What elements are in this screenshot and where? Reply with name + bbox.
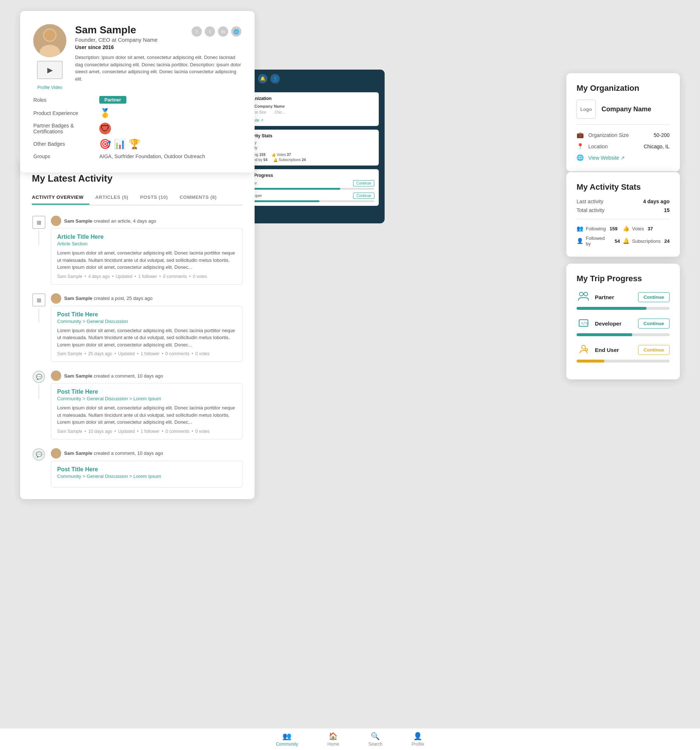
globe-icon[interactable]: 🌐 <box>231 26 242 37</box>
tab-activity-overview[interactable]: ACTIVITY OVERVIEW <box>32 192 89 205</box>
developer-continue-button[interactable]: Continue <box>638 319 669 329</box>
org-size-value: 50-200 <box>654 132 669 138</box>
article-card: Article Title Here Article Section Lorem… <box>51 228 243 284</box>
comment-card-1: Post Title Here Community > General Disc… <box>51 383 243 440</box>
tab-posts[interactable]: POSTS (10) <box>140 192 174 205</box>
subscriptions-value: 24 <box>665 238 669 244</box>
org-location-value: Chicago, IL <box>644 144 669 149</box>
bell-icon[interactable]: 🔔 <box>258 74 268 83</box>
tab-comments[interactable]: COMMENTS (8) <box>180 192 222 205</box>
trip-partner: Partner Continue <box>577 290 669 310</box>
end-user-continue-button[interactable]: Continue <box>638 345 669 355</box>
stats-grid: 👥 Following 159 👍 Votes 37 👤 Followed by… <box>577 219 669 246</box>
post-card: Post Title Here Community > General Disc… <box>51 306 243 362</box>
org-size-row: 💼 Organization Size 50-200 <box>577 131 669 138</box>
community-nav-label: Community <box>276 742 298 747</box>
other-badges-label: Other Badges <box>33 141 99 147</box>
roles-value: Partner <box>99 96 242 104</box>
svg-point-5 <box>54 218 58 221</box>
total-activity-label: Total activity <box>577 207 605 213</box>
profile-video-label: Profile Video <box>37 85 62 90</box>
feed-item-post: ▦ Sam Sample created a post, 25 days ago… <box>32 294 243 362</box>
activity-card: My Latest Activity ACTIVITY OVERVIEW ART… <box>20 161 255 499</box>
comment-post-title-2[interactable]: Post Title Here <box>57 466 237 473</box>
end-user-trip-label: End User <box>595 347 634 353</box>
activity-tabs: ACTIVITY OVERVIEW ARTICLES (5) POSTS (10… <box>32 192 243 206</box>
svg-point-8 <box>54 295 58 299</box>
trip-panel-title: My Trip Progress <box>577 274 669 283</box>
article-meta: Sam Sample•4 days ago•Updated•1 follower… <box>57 274 237 279</box>
profile-since: User since 2016 <box>75 44 157 50</box>
bottom-nav-profile[interactable]: 👤 Profile <box>412 732 424 747</box>
feed-connector-2 <box>38 308 39 323</box>
bottom-nav-search[interactable]: 🔍 Search <box>369 732 382 747</box>
comment-breadcrumb-1[interactable]: Community > General Discussion > Lorem I… <box>57 396 237 401</box>
feed-user-name-4: Sam Sample created a comment, 10 days ag… <box>64 450 163 456</box>
org-company-name: Company Name <box>602 106 651 113</box>
svg-point-14 <box>54 450 58 454</box>
followed-value: 54 <box>615 238 620 244</box>
feed-user-name: Sam Sample created an article, 4 days ag… <box>64 218 156 224</box>
bottom-navigation: 👥 Community 🏠 Home 🔍 Search 👤 Profile <box>0 728 700 750</box>
comment-icon-2: 💬 <box>32 448 45 461</box>
trip-progress-panel: My Trip Progress Partner Continue </> De… <box>566 264 680 380</box>
following-stat: 👥 Following 159 <box>577 225 620 232</box>
tab-articles[interactable]: ARTICLES (5) <box>95 192 134 205</box>
briefcase-icon: 💼 <box>577 131 585 138</box>
post-icon: ▦ <box>32 294 45 306</box>
end-user-trip-icon <box>577 343 591 357</box>
post-body: Lorem ipsum dolor sit amet, consectetur … <box>57 327 237 349</box>
comment-icon: 💬 <box>32 370 45 383</box>
votes-value: 37 <box>648 226 653 231</box>
svg-point-3 <box>44 29 56 41</box>
article-body: Lorem ipsum dolor sit amet, consectetur … <box>57 249 237 271</box>
comment-body-1: Lorem ipsum dolor sit amet, consectetur … <box>57 404 237 426</box>
profile-description: Description: ipsum dolor sit amet, conse… <box>75 54 242 82</box>
org-panel-title: My Organization <box>577 83 669 93</box>
developer-trip-icon: </> <box>577 317 591 330</box>
activity-feed: ▦ Sam Sample created an article, 4 days … <box>32 216 243 487</box>
following-label: Following <box>586 226 606 231</box>
location-icon: 📍 <box>577 143 585 150</box>
feed-connector-3 <box>38 384 39 399</box>
web-icon: 🌐 <box>577 154 585 161</box>
developer-trip-label: Developer <box>595 320 634 327</box>
votes-icon: 👍 <box>623 225 630 232</box>
post-breadcrumb[interactable]: Community > General Discussion <box>57 319 237 324</box>
partner-continue-button[interactable]: Continue <box>638 292 669 302</box>
org-website-link[interactable]: View Website ↗ <box>588 155 625 161</box>
feed-content-article: Sam Sample created an article, 4 days ag… <box>51 216 243 284</box>
feed-user-name-3: Sam Sample created a comment, 10 days ag… <box>64 373 163 379</box>
profile-video-button[interactable]: ▶ <box>37 61 63 79</box>
following-value: 159 <box>609 226 618 231</box>
bottom-nav-home[interactable]: 🏠 Home <box>328 732 339 747</box>
partner-progress-bar <box>577 307 669 310</box>
community-nav-icon: 👥 <box>282 732 292 741</box>
trip-end-user: End User Continue <box>577 343 669 363</box>
activity-stats-panel: My Activity Stats Last activity 4 days a… <box>566 172 680 257</box>
post-title[interactable]: Post Title Here <box>57 311 237 318</box>
total-activity-value: 15 <box>664 207 669 213</box>
last-activity-label: Last activity <box>577 198 603 204</box>
feed-content-comment-1: Sam Sample created a comment, 10 days ag… <box>51 370 243 440</box>
article-section[interactable]: Article Section <box>57 241 237 246</box>
org-location-label: Location <box>588 144 640 149</box>
bottom-nav-community[interactable]: 👥 Community <box>276 732 298 747</box>
partner-trip-label: Partner <box>595 294 634 300</box>
feed-avatar-3 <box>51 370 61 381</box>
svg-text:</>: </> <box>581 321 588 325</box>
user-icon[interactable]: 👤 <box>270 74 280 83</box>
avatar <box>33 24 66 57</box>
facebook-icon[interactable]: f <box>192 26 202 37</box>
linkedin-icon[interactable]: in <box>218 26 228 37</box>
other-badges-value: 🎯 📊 🏆 <box>99 138 242 150</box>
feed-item-comment-1: 💬 Sam Sample created a comment, 10 days … <box>32 370 243 440</box>
comment-breadcrumb-2[interactable]: Community > General Discussion > Lorem I… <box>57 473 237 479</box>
groups-text: AIGA, Surfrider Foundation, Outdoor Outr… <box>99 154 205 159</box>
feed-avatar-4 <box>51 448 61 458</box>
comment-post-title-1[interactable]: Post Title Here <box>57 389 237 395</box>
article-title[interactable]: Article Title Here <box>57 234 237 240</box>
twitter-icon[interactable]: t <box>205 26 215 37</box>
svg-point-20 <box>582 345 585 349</box>
feed-avatar-2 <box>51 294 61 304</box>
